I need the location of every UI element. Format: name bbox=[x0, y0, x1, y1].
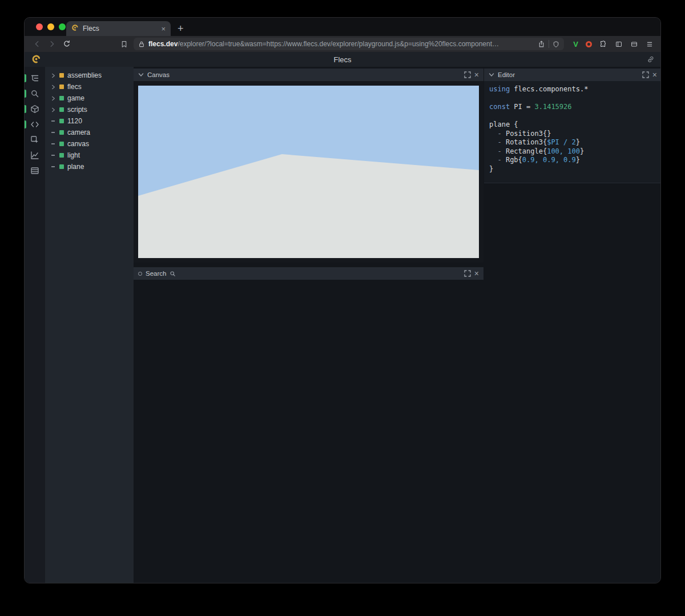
editor-panel-header: Editor × bbox=[484, 69, 661, 81]
extension-v-icon[interactable]: V bbox=[573, 40, 578, 49]
window-zoom-button[interactable] bbox=[59, 23, 66, 30]
tree-item-canvas[interactable]: canvas bbox=[45, 138, 134, 150]
code-line bbox=[489, 112, 661, 121]
window-minimize-button[interactable] bbox=[47, 23, 54, 30]
tree-item-label: canvas bbox=[67, 140, 89, 148]
url-text[interactable]: flecs.dev/explorer/?local=true&wasm=http… bbox=[148, 40, 534, 48]
canvas-body bbox=[134, 81, 483, 263]
forward-icon[interactable] bbox=[46, 38, 58, 50]
browser-tab-flecs[interactable]: Flecs × bbox=[66, 21, 171, 36]
entity-color-swatch bbox=[59, 142, 64, 146]
tree-item-label: plane bbox=[67, 163, 84, 171]
fullscreen-icon[interactable] bbox=[464, 270, 471, 277]
browser-window: Flecs × + flecs.dev/explorer/?local=true… bbox=[24, 17, 661, 583]
tab-close-icon[interactable]: × bbox=[161, 25, 166, 33]
tree-item-game[interactable]: game bbox=[45, 92, 134, 104]
tree-item-label: assemblies bbox=[67, 71, 102, 79]
share-link-icon[interactable] bbox=[647, 55, 655, 66]
code-line bbox=[489, 94, 661, 103]
close-icon[interactable]: × bbox=[474, 269, 479, 277]
tree-item-label: game bbox=[67, 94, 84, 102]
close-icon[interactable]: × bbox=[474, 71, 479, 79]
chevron-down-icon[interactable] bbox=[138, 72, 144, 78]
window-close-button[interactable] bbox=[36, 23, 43, 30]
entity-tree-icon[interactable] bbox=[25, 74, 45, 83]
tab-title: Flecs bbox=[83, 25, 157, 33]
entity-color-swatch bbox=[59, 119, 64, 123]
inspector-pointer-icon[interactable] bbox=[25, 135, 45, 144]
address-bar[interactable]: flecs.dev/explorer/?local=true&wasm=http… bbox=[134, 38, 564, 50]
data-table-icon[interactable] bbox=[25, 166, 45, 175]
tree-item-label: flecs bbox=[67, 83, 82, 91]
search-panel-header: Search × bbox=[134, 267, 483, 280]
leaf-dash-icon bbox=[50, 155, 56, 156]
extensions-cluster: V bbox=[573, 40, 654, 49]
3d-viewport[interactable] bbox=[138, 86, 479, 258]
canvas-panel-title: Canvas bbox=[147, 71, 170, 78]
search-panel: Search × bbox=[134, 267, 483, 280]
tree-item-flecs[interactable]: flecs bbox=[45, 81, 134, 92]
lock-icon[interactable] bbox=[138, 41, 145, 48]
tree-item-light[interactable]: light bbox=[45, 150, 134, 161]
browser-toolbar: flecs.dev/explorer/?local=true&wasm=http… bbox=[25, 36, 660, 52]
entity-color-swatch bbox=[59, 164, 64, 169]
expand-chevron-icon[interactable] bbox=[50, 84, 56, 90]
search-icon[interactable] bbox=[25, 89, 45, 98]
code-line: - Rgb{0.9, 0.9, 0.9} bbox=[489, 156, 661, 165]
search-panel-title: Search bbox=[146, 270, 166, 277]
expand-chevron-icon[interactable] bbox=[50, 73, 56, 78]
expand-chevron-icon[interactable] bbox=[50, 96, 56, 101]
tree-item-assemblies[interactable]: assemblies bbox=[45, 70, 134, 81]
icon-rail bbox=[25, 67, 45, 583]
code-line: const PI = 3.1415926 bbox=[489, 103, 661, 112]
leaf-dash-icon bbox=[50, 120, 56, 122]
reload-icon[interactable] bbox=[61, 38, 72, 50]
extension-record-icon[interactable] bbox=[586, 41, 592, 47]
share-icon[interactable] bbox=[538, 40, 545, 48]
statistics-chart-icon[interactable] bbox=[25, 151, 45, 160]
sidebar-icon[interactable] bbox=[615, 41, 623, 48]
flecs-favicon bbox=[71, 23, 79, 34]
extensions-puzzle-icon[interactable] bbox=[599, 40, 607, 48]
editor-column: Editor × using flecs.components.* const … bbox=[483, 67, 661, 583]
tree-item-scripts[interactable]: scripts bbox=[45, 104, 134, 115]
code-line: - Rotation3{$PI / 2} bbox=[489, 138, 661, 147]
entity-tree-panel: assembliesflecsgamescripts1120cameracanv… bbox=[45, 67, 134, 583]
brave-shield-icon[interactable] bbox=[553, 41, 559, 48]
code-line: } bbox=[489, 165, 661, 174]
tree-item-plane[interactable]: plane bbox=[45, 161, 134, 172]
entity-color-swatch bbox=[59, 84, 64, 89]
bookmark-icon[interactable] bbox=[120, 41, 128, 48]
tab-strip: Flecs × + bbox=[25, 18, 660, 36]
chevron-down-icon[interactable] bbox=[489, 72, 494, 78]
fullscreen-icon[interactable] bbox=[642, 71, 649, 78]
menu-icon[interactable] bbox=[646, 41, 654, 48]
window-controls bbox=[36, 23, 66, 30]
close-icon[interactable]: × bbox=[652, 71, 657, 79]
wallet-icon[interactable] bbox=[630, 41, 638, 48]
code-line: plane { bbox=[489, 120, 661, 130]
address-divider bbox=[549, 40, 549, 48]
fullscreen-icon[interactable] bbox=[464, 71, 471, 78]
tree-item-camera[interactable]: camera bbox=[45, 127, 134, 138]
entity-color-swatch bbox=[59, 130, 64, 135]
tree-item-1120[interactable]: 1120 bbox=[45, 115, 134, 127]
back-icon[interactable] bbox=[31, 38, 43, 50]
collapsed-dot-icon[interactable] bbox=[138, 272, 142, 276]
leaf-dash-icon bbox=[50, 132, 56, 133]
tree-item-label: light bbox=[67, 151, 80, 159]
search-glass-icon bbox=[170, 271, 176, 277]
code-line: using flecs.components.* bbox=[489, 85, 661, 94]
entity-color-swatch bbox=[59, 153, 64, 158]
leaf-dash-icon bbox=[50, 143, 56, 144]
entities-box-icon[interactable] bbox=[25, 104, 45, 114]
code-editor-icon[interactable] bbox=[25, 120, 45, 129]
expand-chevron-icon[interactable] bbox=[50, 107, 56, 112]
code-editor[interactable]: using flecs.components.* const PI = 3.14… bbox=[484, 81, 661, 183]
center-column: Canvas × bbox=[134, 67, 483, 583]
code-line: - Position3{} bbox=[489, 130, 661, 139]
new-tab-button[interactable]: + bbox=[178, 23, 184, 34]
editor-panel: Editor × using flecs.components.* const … bbox=[484, 69, 661, 183]
app-header: Flecs bbox=[25, 52, 660, 67]
entity-color-swatch bbox=[59, 73, 64, 78]
